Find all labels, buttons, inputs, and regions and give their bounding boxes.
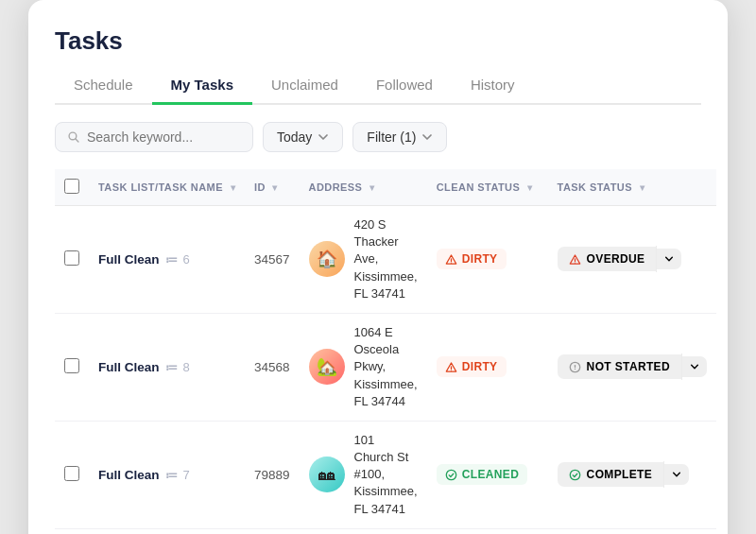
property-image: 🏡 <box>309 349 345 385</box>
svg-point-3 <box>451 262 452 263</box>
tab-followed[interactable]: Followed <box>357 69 452 105</box>
task-count: 7 <box>183 468 190 482</box>
row-checkbox[interactable] <box>64 466 79 481</box>
date-filter-dropdown[interactable]: Today <box>263 122 343 152</box>
col-address: ADDRESS ▾ <box>300 169 427 206</box>
tab-my-tasks[interactable]: My Tasks <box>152 69 252 105</box>
tab-schedule[interactable]: Schedule <box>55 69 152 105</box>
svg-point-7 <box>451 370 452 370</box>
task-list-icon: ≔ <box>165 468 178 482</box>
filter-dropdown[interactable]: Filter (1) <box>352 122 447 152</box>
task-status-cell-wrap: NOT STARTED <box>548 313 716 421</box>
table-row: Full Clean ≔ 7 79889 🏘 101 Church St #10… <box>55 421 716 528</box>
row-checkbox-cell <box>55 528 89 534</box>
task-name-cell: Full Clean ≔ 8 <box>89 313 245 421</box>
svg-point-10 <box>574 369 575 370</box>
property-image: 🏘 <box>309 456 345 492</box>
task-status-dropdown-btn[interactable] <box>682 356 707 377</box>
tasks-table: TASK LIST/TASK NAME ▾ ID ▾ ADDRESS ▾ CLE… <box>55 169 716 534</box>
task-list-icon: ≔ <box>165 252 178 267</box>
task-status-dropdown-btn[interactable] <box>664 464 689 485</box>
clean-status-cell: DIRTY <box>427 313 548 421</box>
task-status-cell: COMPLETE <box>558 461 707 488</box>
clean-status-cell: DIRTY <box>427 528 548 534</box>
col-task-status: TASK STATUS ▾ <box>548 169 716 206</box>
row-checkbox[interactable] <box>64 358 79 373</box>
address-line2: Kissimmee, FL 34741 <box>354 268 418 302</box>
address-line2: Kissimmee, FL 34741 <box>354 483 418 517</box>
task-name-label: Full Clean <box>98 468 160 482</box>
svg-line-1 <box>76 139 78 142</box>
clean-status-cell: DIRTY <box>427 206 548 314</box>
task-status-button[interactable]: OVERDUE <box>558 247 657 271</box>
row-checkbox-cell <box>55 313 89 421</box>
property-image: 🏠 <box>309 241 345 277</box>
task-status-cell: NOT STARTED <box>558 353 707 380</box>
task-id-cell: 34567 <box>245 206 300 314</box>
task-count: 8 <box>183 360 190 374</box>
address-cell: 🏙 1701 W Carroll St, Kissimmee, FL 34741 <box>300 528 427 534</box>
address-line1: 1064 E Osceola Pkwy, <box>354 324 418 376</box>
task-id-cell: 56748 <box>245 528 300 534</box>
address-cell: 🏡 1064 E Osceola Pkwy, Kissimmee, FL 347… <box>300 313 427 421</box>
task-id-cell: 79889 <box>245 421 300 528</box>
task-name-label: Full Clean <box>98 252 160 267</box>
col-id: ID ▾ <box>245 169 300 206</box>
task-list-icon: ≔ <box>165 360 178 374</box>
clean-status-badge: DIRTY <box>437 249 507 269</box>
chevron-down-icon <box>318 131 329 143</box>
tab-bar: ScheduleMy TasksUnclaimedFollowedHistory <box>55 69 701 105</box>
col-clean-status: CLEAN STATUS ▾ <box>427 169 548 206</box>
tab-history[interactable]: History <box>452 69 534 105</box>
search-input[interactable] <box>87 129 241 145</box>
task-name-cell: Full Clean ≔ 6 <box>89 528 245 534</box>
row-checkbox-cell <box>55 421 89 528</box>
table-row: Full Clean ≔ 8 34568 🏡 1064 E Osceola Pk… <box>55 313 716 421</box>
clean-status-cell: CLEANED <box>427 421 548 528</box>
task-status-cell-wrap: COMPLETE <box>548 421 716 528</box>
task-name-label: Full Clean <box>98 360 160 374</box>
main-card: Tasks ScheduleMy TasksUnclaimedFollowedH… <box>28 0 728 534</box>
tab-unclaimed[interactable]: Unclaimed <box>252 69 357 105</box>
task-status-cell-wrap: IN PROGRESS <box>548 528 716 534</box>
address-text: 420 S Thacker Ave, Kissimmee, FL 34741 <box>354 216 418 302</box>
select-all-col <box>55 169 89 206</box>
clean-status-badge: DIRTY <box>437 356 507 377</box>
task-status-dropdown-btn[interactable] <box>657 249 681 269</box>
task-status-cell: OVERDUE <box>558 246 707 272</box>
task-name-cell: Full Clean ≔ 7 <box>89 421 245 528</box>
address-line1: 420 S Thacker Ave, <box>354 216 418 268</box>
table-header-row: TASK LIST/TASK NAME ▾ ID ▾ ADDRESS ▾ CLE… <box>55 169 716 206</box>
task-count: 6 <box>183 252 190 267</box>
svg-point-5 <box>574 262 575 263</box>
svg-point-11 <box>446 470 455 479</box>
address-text: 1064 E Osceola Pkwy, Kissimmee, FL 34744 <box>354 324 418 410</box>
table-row: Full Clean ≔ 6 34567 🏠 420 S Thacker Ave… <box>55 206 716 314</box>
clean-status-badge: CLEANED <box>437 464 528 485</box>
table-row: Full Clean ≔ 6 56748 🏙 1701 W Carroll St… <box>55 528 716 534</box>
task-status-cell-wrap: OVERDUE <box>548 206 716 314</box>
task-id-cell: 34568 <box>245 313 300 421</box>
address-cell: 🏠 420 S Thacker Ave, Kissimmee, FL 34741 <box>300 206 427 314</box>
row-checkbox[interactable] <box>64 250 79 266</box>
task-status-button[interactable]: NOT STARTED <box>558 354 681 379</box>
select-all-checkbox[interactable] <box>64 179 79 194</box>
search-icon <box>67 130 80 144</box>
chevron-down-icon <box>421 131 433 143</box>
address-line1: 101 Church St #100, <box>354 432 418 484</box>
col-task-name: TASK LIST/TASK NAME ▾ <box>89 169 245 206</box>
row-checkbox-cell <box>55 206 89 314</box>
toolbar: Today Filter (1) <box>55 122 701 152</box>
address-cell: 🏘 101 Church St #100, Kissimmee, FL 3474… <box>300 421 427 528</box>
svg-point-12 <box>570 470 579 479</box>
task-status-button[interactable]: COMPLETE <box>558 462 664 487</box>
address-line2: Kissimmee, FL 34744 <box>354 376 418 410</box>
search-wrap <box>55 122 253 152</box>
task-name-cell: Full Clean ≔ 6 <box>89 206 245 314</box>
page-title: Tasks <box>55 26 701 56</box>
address-text: 101 Church St #100, Kissimmee, FL 34741 <box>354 432 418 518</box>
